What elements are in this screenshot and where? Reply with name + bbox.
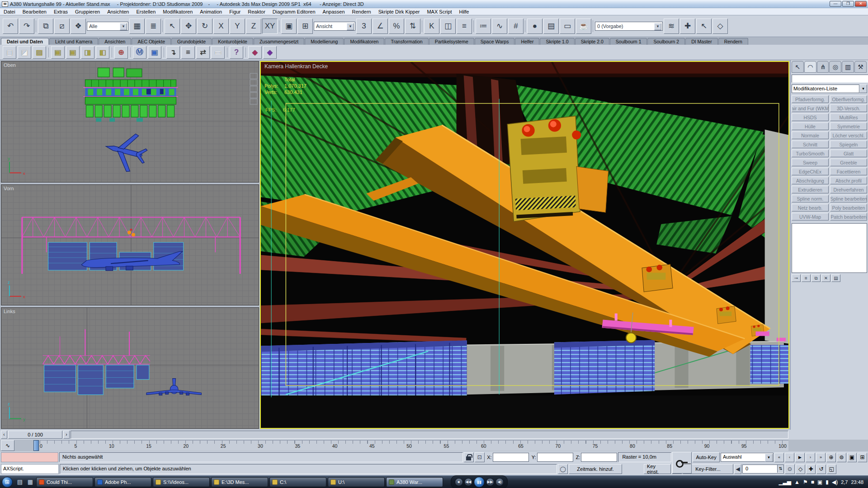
maxscript-listener[interactable]: AXScript. — [1, 464, 59, 474]
constraint-xy-icon[interactable]: XY — [262, 19, 278, 34]
shelf-tab[interactable]: Grundobjekte — [171, 38, 212, 45]
task-button[interactable]: Could Thi... — [36, 477, 93, 487]
blank-page-icon[interactable]: ▭ — [211, 46, 225, 59]
modifier-button[interactable]: Greeble — [830, 159, 867, 166]
modifier-button[interactable]: Poly bearbeiten — [830, 204, 867, 211]
set-key-mode-button[interactable]: Key einst. — [644, 464, 671, 474]
select-by-name-icon[interactable]: ≣ — [146, 19, 161, 34]
track-bar-handle[interactable] — [33, 440, 39, 451]
make-unique-icon[interactable]: ⧉ — [811, 274, 821, 282]
task-button[interactable]: E:\3D Mes... — [211, 477, 268, 487]
modifier-list-dropdown[interactable]: Modifikatoren-Liste ▾ — [792, 84, 867, 93]
select-and-rotate-icon[interactable]: ↻ — [197, 19, 212, 34]
viewport-camera-label[interactable]: Kamera Hallenkran Decke — [264, 63, 328, 70]
modifier-button[interactable]: Oberflverformg. — [830, 95, 867, 103]
goto-start-button[interactable]: « — [774, 453, 784, 462]
merge-icon[interactable]: ↴ — [166, 46, 180, 59]
save-copy-icon[interactable]: ◨ — [81, 46, 94, 59]
curve-editor-icon[interactable]: ∿ — [492, 19, 507, 34]
pin-stack-icon[interactable]: ⊸ — [792, 274, 801, 282]
open-file-icon[interactable]: ▨ — [33, 46, 46, 59]
mini-curve-editor-button[interactable]: ∿ — [1, 440, 14, 451]
prev-frame-button[interactable]: ‹ — [785, 453, 794, 462]
material-editor-icon[interactable]: ● — [527, 19, 542, 34]
replace-icon[interactable]: ⇄ — [196, 46, 210, 59]
modifier-button[interactable]: TurboSmooth — [792, 150, 829, 157]
modifier-button[interactable]: Löcher verschl. — [830, 131, 867, 139]
book-purple-icon[interactable]: ◆ — [263, 46, 277, 59]
configure-modifier-sets-icon[interactable]: ▤ — [831, 274, 840, 282]
render-setup-icon[interactable]: ▤ — [543, 19, 559, 34]
modifier-button[interactable]: Extrudieren — [792, 186, 829, 193]
viewport-top[interactable]: Oben — [1, 61, 259, 183]
modifier-button[interactable]: Hülle — [792, 122, 829, 130]
shelf-tab[interactable]: Rendern — [718, 38, 748, 45]
coord-x-field[interactable] — [493, 453, 529, 462]
tray-display-icon[interactable]: ▣ — [817, 479, 822, 485]
menu-item[interactable]: Datei — [0, 9, 19, 15]
select-object-icon[interactable]: ↖ — [165, 19, 180, 34]
constraint-x-icon[interactable]: X — [213, 19, 229, 34]
modifier-button[interactable]: Abschrägung — [792, 177, 829, 184]
quicklaunch-explorer-icon[interactable]: ▦ — [26, 478, 35, 487]
task-button[interactable]: S:\Videos... — [153, 477, 210, 487]
tray-flag-icon[interactable]: ⚑ — [803, 479, 808, 485]
shelf-tab[interactable]: Skripte 2.0 — [575, 38, 609, 45]
utilities-tab[interactable]: ⚒ — [854, 61, 867, 73]
shelf-tab[interactable]: Zusammengesetzt — [254, 38, 304, 45]
modifier-button[interactable]: Spline norm. — [792, 195, 829, 202]
task-button[interactable]: Adobe Ph... — [94, 477, 151, 487]
maximize-viewport-icon[interactable]: ◱ — [827, 465, 836, 474]
pick-cursor-icon[interactable]: ↖ — [696, 19, 712, 34]
absolute-mode-toggle[interactable]: ⊡ — [475, 452, 485, 462]
add-time-tag[interactable]: Zeitmark. hinzuf. — [569, 464, 622, 474]
prism-icon[interactable]: ◇ — [712, 19, 728, 34]
render-production-icon[interactable]: ☕ — [576, 19, 591, 34]
isolate-globe-icon[interactable]: ◯ — [558, 464, 568, 474]
modifier-button[interactable]: Symmetrie — [830, 122, 867, 130]
shelf-tab[interactable]: Soulbourn 2 — [647, 38, 685, 45]
rendered-frame-icon[interactable]: ▭ — [560, 19, 575, 34]
next-frame-button[interactable]: › — [806, 453, 815, 462]
zoom-all-icon[interactable]: ⊚ — [837, 453, 846, 462]
select-and-manipulate-icon[interactable]: ▣ — [281, 19, 297, 34]
shelf-tab[interactable]: AEC Objekte — [132, 38, 171, 45]
start-button[interactable]: ⊞ — [2, 477, 13, 488]
modifier-button[interactable]: 3D-Versch. — [830, 104, 867, 112]
redo-icon[interactable]: ↷ — [19, 19, 34, 34]
select-and-move-icon[interactable]: ✥ — [181, 19, 196, 34]
auto-key-toggle[interactable]: Auto-Key — [693, 452, 720, 462]
task-button[interactable]: C:\ — [269, 477, 326, 487]
window-crossing-icon[interactable]: ⊞ — [297, 19, 313, 34]
select-and-link-icon[interactable]: ⧉ — [38, 19, 53, 34]
modifier-button[interactable]: Facettieren — [830, 168, 867, 175]
bind-to-space-warp-icon[interactable]: ❖ — [71, 19, 86, 34]
modifier-button[interactable]: Spline bearbeiten — [830, 195, 867, 202]
set-key-button[interactable] — [672, 452, 692, 474]
shelf-tab[interactable]: Partikelsysteme — [429, 38, 474, 45]
save-file-icon[interactable]: ▣ — [51, 46, 65, 59]
show-end-result-icon[interactable]: ≡ — [802, 274, 811, 282]
modifier-button[interactable]: air and Fur (WKM — [792, 104, 829, 112]
fov-icon[interactable]: ◇ — [796, 465, 805, 474]
menu-item[interactable]: Rendern — [349, 9, 375, 15]
modifier-button[interactable]: Abschr.profil — [830, 177, 867, 184]
select-arrow-tab[interactable]: ↖ — [792, 61, 804, 73]
zoom-extents-all-icon[interactable]: ⊞ — [858, 453, 867, 462]
help-book-icon[interactable]: ? — [230, 46, 243, 59]
modifier-button[interactable]: Drehverfahren — [830, 186, 867, 193]
menu-item[interactable]: Hilfe — [455, 9, 472, 15]
modify-tab[interactable]: ◠ — [804, 61, 816, 73]
time-prev-button[interactable]: ‹ — [1, 431, 7, 439]
sheets-icon[interactable]: ≋ — [664, 19, 679, 34]
media-pause-button[interactable]: ▮▮ — [474, 477, 485, 488]
plus-icon[interactable]: ✚ — [680, 19, 695, 34]
modifier-stack-list[interactable] — [792, 223, 867, 273]
menu-item[interactable]: Figur — [226, 9, 244, 15]
constraint-y-icon[interactable]: Y — [230, 19, 245, 34]
shelf-tab[interactable]: Konturobjekte — [212, 38, 253, 45]
align-icon[interactable]: ≡ — [457, 19, 472, 34]
pin-icon[interactable]: ⊕ — [114, 46, 128, 59]
app-display-icon[interactable]: ▣ — [148, 46, 161, 59]
tray-app-icon[interactable]: ■ — [811, 479, 814, 485]
